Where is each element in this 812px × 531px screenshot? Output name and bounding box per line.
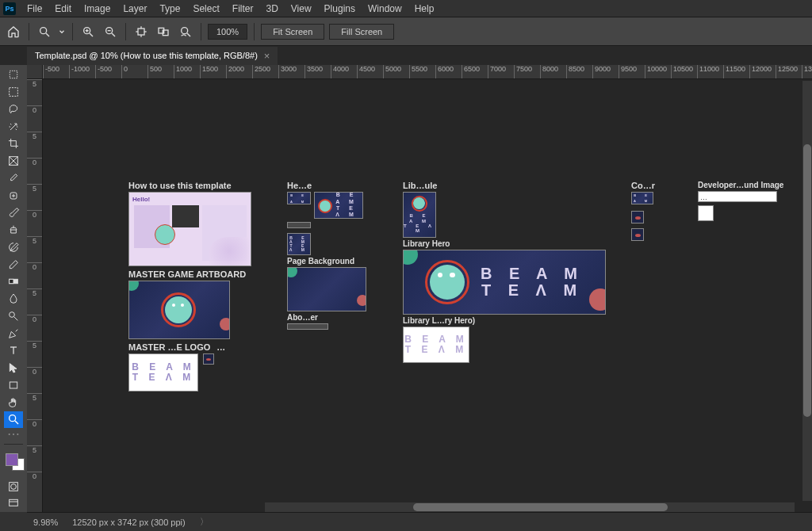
resize-window-icon[interactable] [132,23,150,40]
menu-image[interactable]: Image [78,3,117,14]
artboard-body: … [698,191,777,202]
scroll-thumb[interactable] [803,144,811,418]
menu-layer[interactable]: Layer [117,3,153,14]
brush-tool-icon[interactable] [4,204,23,221]
menu-filter[interactable]: Filter [226,3,260,14]
thumb: B E A MT E Λ M [287,192,311,204]
vertical-ruler[interactable]: 5050505050505050 [27,79,43,512]
screen-mode-icon[interactable] [4,495,23,512]
rectangle-tool-icon[interactable] [4,377,23,394]
zoom-percent-display[interactable]: 100% [208,24,247,40]
close-tab-icon[interactable]: × [264,50,270,62]
artboard-header[interactable]: He…e B E A MT E Λ M B E A MT E Λ M B E A… [287,181,366,330]
thumb [287,323,328,330]
tools-panel: ⋯ [0,65,27,512]
thumb: B E A MT E Λ M [631,192,653,204]
menu-window[interactable]: Window [362,3,408,14]
thumb [287,222,311,228]
frame-tool-icon[interactable] [4,153,23,170]
thumb [631,211,644,223]
svg-rect-19 [10,88,18,97]
gradient-tool-icon[interactable] [4,273,23,290]
status-dimensions[interactable]: 12520 px x 3742 px (300 ppi) [72,518,186,527]
eyedropper-tool-icon[interactable] [4,170,23,187]
svg-line-7 [112,33,115,36]
foreground-swatch[interactable] [6,453,18,466]
fill-screen-button[interactable]: Fill Screen [329,24,394,40]
artboard-developer[interactable]: Developer…und Image … [698,181,779,221]
artboard-community[interactable]: Co…r B E A MT E Λ M [631,181,655,241]
svg-line-3 [90,33,93,36]
artboard-label: MASTER …E LOGO [128,342,210,352]
type-tool-icon[interactable] [4,342,23,359]
dodge-tool-icon[interactable] [4,308,23,325]
canvas[interactable]: How to use this template Hello! MASTER G… [43,79,812,512]
scroll-thumb[interactable] [413,503,668,511]
artboard-label: Developer…und Image [698,181,779,189]
zoom-out-icon[interactable] [102,23,119,40]
artboard-body [287,267,366,311]
artboard-body: B E A MT E Λ M [403,250,606,315]
artboard-body [203,353,214,365]
menu-type[interactable]: Type [153,3,186,14]
history-brush-tool-icon[interactable] [4,239,23,256]
svg-point-28 [10,312,15,318]
menu-file[interactable]: File [21,3,48,14]
zoom-tool-icon[interactable] [4,411,23,428]
horizontal-ruler[interactable]: -500-1000-500050010001500200025003000350… [43,65,812,79]
svg-line-34 [15,421,18,424]
status-zoom[interactable]: 9.98% [33,518,58,527]
status-more-icon[interactable]: 〉 [200,516,209,528]
edit-toolbar-icon[interactable]: ⋯ [4,429,23,440]
magic-wand-tool-icon[interactable] [4,118,23,135]
menu-select[interactable]: Select [186,3,225,14]
clone-stamp-tool-icon[interactable] [4,222,23,239]
scrubby-zoom-icon[interactable] [177,23,194,40]
zoom-in-icon[interactable] [79,23,97,40]
move-tool-icon[interactable] [4,67,23,83]
menu-plugins[interactable]: Plugins [318,3,362,14]
menu-help[interactable]: Help [408,3,441,14]
svg-rect-27 [10,280,13,284]
vertical-scrollbar[interactable] [802,81,812,501]
menu-view[interactable]: View [285,3,318,14]
artboard-howto[interactable]: How to use this template Hello! MASTER G… [128,181,251,392]
artboard-body: B E A MT E Λ M [403,327,469,363]
fit-screen-button[interactable]: Fit Screen [261,24,324,40]
quickmask-icon[interactable] [4,478,23,495]
home-icon[interactable] [5,23,22,40]
path-select-tool-icon[interactable] [4,360,23,376]
horizontal-scrollbar[interactable] [265,502,795,512]
options-bar: 100% Fit Screen Fill Screen [0,17,812,46]
workspace: ⋯ -500-1000-5000500100015002000250030003… [0,65,812,512]
zoom-all-windows-icon[interactable] [155,23,172,40]
document-tab[interactable]: Template.psd @ 10% (How to use this temp… [27,47,278,65]
artboard-library[interactable]: Lib…ule B E A MT E Λ M Library Hero B E … [403,181,607,363]
artboard-label: How to use this template [128,181,251,190]
menu-edit[interactable]: Edit [48,3,78,14]
canvas-viewport[interactable]: -500-1000-500050010001500200025003000350… [27,65,812,512]
lasso-tool-icon[interactable] [4,101,23,118]
svg-line-1 [46,33,49,36]
artboard-body: B E A MT E Λ M [128,353,198,392]
zoom-tool-icon[interactable] [36,23,53,40]
eraser-tool-icon[interactable] [4,256,23,273]
color-swatches[interactable] [4,452,23,470]
svg-rect-18 [10,71,17,78]
artboard-label: He…e [287,181,366,190]
ruler-origin[interactable] [27,65,43,79]
marquee-tool-icon[interactable] [4,84,23,101]
artboard-label: … [216,342,225,352]
heal-brush-tool-icon[interactable] [4,187,23,204]
artboard-body [698,205,714,221]
svg-point-33 [10,415,16,422]
chevron-down-icon[interactable] [58,23,66,40]
crop-tool-icon[interactable] [4,136,23,152]
pen-tool-icon[interactable] [4,325,23,342]
artboard-label: MASTER GAME ARTBOARD [128,269,251,279]
blur-tool-icon[interactable] [4,291,23,308]
menu-3d[interactable]: 3D [259,3,284,14]
svg-line-29 [14,317,18,321]
hand-tool-icon[interactable] [4,394,23,411]
thumb: B E A MT E Λ M [314,192,363,219]
